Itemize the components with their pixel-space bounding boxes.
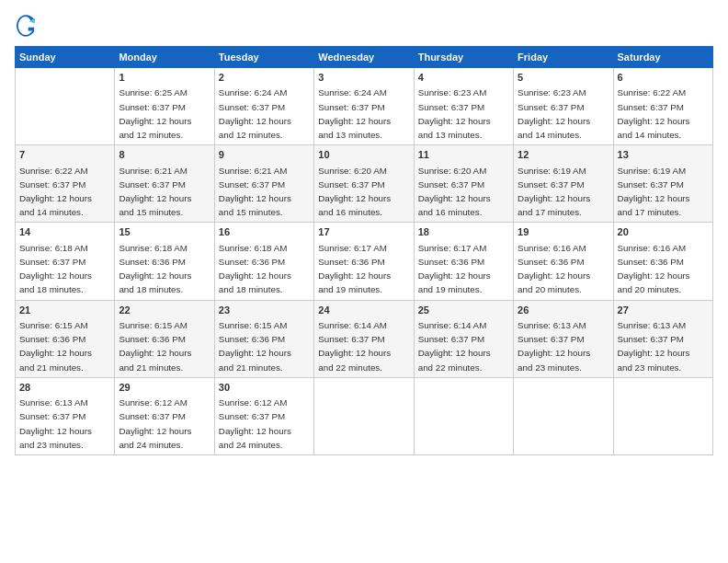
- day-number: 11: [418, 148, 509, 162]
- day-number: 7: [19, 148, 110, 162]
- day-info: Sunrise: 6:13 AM Sunset: 6:37 PM Dayligh…: [518, 320, 590, 373]
- calendar-cell: 10Sunrise: 6:20 AM Sunset: 6:37 PM Dayli…: [314, 145, 414, 223]
- calendar-cell: 25Sunrise: 6:14 AM Sunset: 6:37 PM Dayli…: [414, 300, 513, 377]
- day-number: 18: [418, 225, 509, 239]
- day-info: Sunrise: 6:18 AM Sunset: 6:37 PM Dayligh…: [19, 243, 92, 295]
- calendar-cell: 13Sunrise: 6:19 AM Sunset: 6:37 PM Dayli…: [613, 145, 712, 223]
- day-info: Sunrise: 6:19 AM Sunset: 6:37 PM Dayligh…: [518, 166, 590, 218]
- calendar-cell: 17Sunrise: 6:17 AM Sunset: 6:36 PM Dayli…: [314, 223, 414, 300]
- calendar-cell: 4Sunrise: 6:23 AM Sunset: 6:37 PM Daylig…: [414, 68, 513, 145]
- calendar-cell: 28Sunrise: 6:13 AM Sunset: 6:37 PM Dayli…: [16, 377, 115, 454]
- day-number: 16: [219, 225, 310, 239]
- day-number: 24: [318, 304, 409, 317]
- header-cell-friday: Friday: [514, 47, 613, 68]
- day-info: Sunrise: 6:14 AM Sunset: 6:37 PM Dayligh…: [318, 320, 391, 373]
- day-info: Sunrise: 6:21 AM Sunset: 6:37 PM Dayligh…: [119, 166, 191, 218]
- day-number: 29: [119, 381, 210, 395]
- day-number: 25: [418, 304, 509, 317]
- page: SundayMondayTuesdayWednesdayThursdayFrid…: [0, 0, 728, 563]
- day-number: 20: [618, 225, 709, 239]
- calendar-cell: 18Sunrise: 6:17 AM Sunset: 6:36 PM Dayli…: [414, 223, 513, 300]
- calendar-cell: [613, 377, 712, 454]
- day-info: Sunrise: 6:18 AM Sunset: 6:36 PM Dayligh…: [119, 243, 191, 295]
- day-number: 3: [318, 71, 409, 85]
- calendar-cell: 22Sunrise: 6:15 AM Sunset: 6:36 PM Dayli…: [115, 300, 214, 377]
- day-number: 23: [219, 304, 310, 317]
- day-number: 14: [19, 225, 110, 239]
- calendar-cell: 15Sunrise: 6:18 AM Sunset: 6:36 PM Dayli…: [115, 223, 214, 300]
- day-info: Sunrise: 6:21 AM Sunset: 6:37 PM Dayligh…: [219, 166, 291, 218]
- day-info: Sunrise: 6:16 AM Sunset: 6:36 PM Dayligh…: [518, 243, 590, 295]
- header-cell-wednesday: Wednesday: [314, 47, 414, 68]
- day-info: Sunrise: 6:15 AM Sunset: 6:36 PM Dayligh…: [19, 320, 92, 373]
- calendar-cell: 12Sunrise: 6:19 AM Sunset: 6:37 PM Dayli…: [514, 145, 613, 223]
- week-row-4: 28Sunrise: 6:13 AM Sunset: 6:37 PM Dayli…: [16, 377, 713, 454]
- day-info: Sunrise: 6:17 AM Sunset: 6:36 PM Dayligh…: [318, 243, 391, 295]
- day-number: 12: [518, 148, 609, 162]
- day-number: 4: [418, 71, 509, 85]
- calendar-cell: 20Sunrise: 6:16 AM Sunset: 6:36 PM Dayli…: [613, 223, 712, 300]
- day-number: 6: [618, 71, 709, 85]
- calendar-cell: 27Sunrise: 6:13 AM Sunset: 6:37 PM Dayli…: [613, 300, 712, 377]
- day-info: Sunrise: 6:12 AM Sunset: 6:37 PM Dayligh…: [219, 397, 291, 450]
- calendar-cell: 16Sunrise: 6:18 AM Sunset: 6:36 PM Dayli…: [214, 223, 313, 300]
- day-number: 21: [19, 304, 110, 317]
- calendar-cell: 26Sunrise: 6:13 AM Sunset: 6:37 PM Dayli…: [514, 300, 613, 377]
- week-row-0: 1Sunrise: 6:25 AM Sunset: 6:37 PM Daylig…: [16, 68, 713, 145]
- day-info: Sunrise: 6:12 AM Sunset: 6:37 PM Dayligh…: [119, 397, 191, 450]
- calendar-cell: 11Sunrise: 6:20 AM Sunset: 6:37 PM Dayli…: [414, 145, 513, 223]
- calendar-cell: 19Sunrise: 6:16 AM Sunset: 6:36 PM Dayli…: [514, 223, 613, 300]
- calendar-cell: 7Sunrise: 6:22 AM Sunset: 6:37 PM Daylig…: [16, 145, 115, 223]
- week-row-2: 14Sunrise: 6:18 AM Sunset: 6:37 PM Dayli…: [16, 223, 713, 300]
- calendar-cell: 24Sunrise: 6:14 AM Sunset: 6:37 PM Dayli…: [314, 300, 414, 377]
- day-number: 8: [119, 148, 210, 162]
- calendar-cell: [514, 377, 613, 454]
- day-info: Sunrise: 6:13 AM Sunset: 6:37 PM Dayligh…: [19, 397, 92, 450]
- calendar-table: SundayMondayTuesdayWednesdayThursdayFrid…: [15, 46, 713, 455]
- day-info: Sunrise: 6:24 AM Sunset: 6:37 PM Dayligh…: [219, 87, 291, 140]
- day-number: 9: [219, 148, 310, 162]
- day-info: Sunrise: 6:24 AM Sunset: 6:37 PM Dayligh…: [318, 87, 391, 140]
- day-info: Sunrise: 6:13 AM Sunset: 6:37 PM Dayligh…: [618, 320, 690, 373]
- calendar-cell: 29Sunrise: 6:12 AM Sunset: 6:37 PM Dayli…: [115, 377, 214, 454]
- day-info: Sunrise: 6:22 AM Sunset: 6:37 PM Dayligh…: [618, 87, 690, 140]
- day-number: 15: [119, 225, 210, 239]
- calendar-cell: 6Sunrise: 6:22 AM Sunset: 6:37 PM Daylig…: [613, 68, 712, 145]
- header-cell-thursday: Thursday: [414, 47, 513, 68]
- calendar-cell: 5Sunrise: 6:23 AM Sunset: 6:37 PM Daylig…: [514, 68, 613, 145]
- header-row: SundayMondayTuesdayWednesdayThursdayFrid…: [16, 47, 713, 68]
- header: [15, 15, 713, 37]
- day-number: 2: [219, 71, 310, 85]
- day-number: 28: [19, 381, 110, 395]
- day-info: Sunrise: 6:20 AM Sunset: 6:37 PM Dayligh…: [418, 166, 491, 218]
- day-info: Sunrise: 6:16 AM Sunset: 6:36 PM Dayligh…: [618, 243, 690, 295]
- logo: [15, 15, 37, 37]
- calendar-cell: 30Sunrise: 6:12 AM Sunset: 6:37 PM Dayli…: [214, 377, 313, 454]
- day-info: Sunrise: 6:19 AM Sunset: 6:37 PM Dayligh…: [618, 166, 690, 218]
- day-number: 19: [518, 225, 609, 239]
- logo-icon: [17, 15, 35, 37]
- day-info: Sunrise: 6:18 AM Sunset: 6:36 PM Dayligh…: [219, 243, 291, 295]
- calendar-cell: [414, 377, 513, 454]
- calendar-cell: 23Sunrise: 6:15 AM Sunset: 6:36 PM Dayli…: [214, 300, 313, 377]
- day-number: 27: [618, 304, 709, 317]
- calendar-cell: [16, 68, 115, 145]
- day-info: Sunrise: 6:23 AM Sunset: 6:37 PM Dayligh…: [418, 87, 491, 140]
- calendar-cell: 14Sunrise: 6:18 AM Sunset: 6:37 PM Dayli…: [16, 223, 115, 300]
- day-number: 5: [518, 71, 609, 85]
- day-number: 30: [219, 381, 310, 395]
- week-row-3: 21Sunrise: 6:15 AM Sunset: 6:36 PM Dayli…: [16, 300, 713, 377]
- day-number: 17: [318, 225, 409, 239]
- day-number: 22: [119, 304, 210, 317]
- header-cell-sunday: Sunday: [16, 47, 115, 68]
- day-number: 10: [318, 148, 409, 162]
- week-row-1: 7Sunrise: 6:22 AM Sunset: 6:37 PM Daylig…: [16, 145, 713, 223]
- header-cell-saturday: Saturday: [613, 47, 712, 68]
- day-info: Sunrise: 6:20 AM Sunset: 6:37 PM Dayligh…: [318, 166, 391, 218]
- day-info: Sunrise: 6:22 AM Sunset: 6:37 PM Dayligh…: [19, 166, 92, 218]
- calendar-cell: 21Sunrise: 6:15 AM Sunset: 6:36 PM Dayli…: [16, 300, 115, 377]
- day-number: 26: [518, 304, 609, 317]
- day-info: Sunrise: 6:15 AM Sunset: 6:36 PM Dayligh…: [119, 320, 191, 373]
- day-info: Sunrise: 6:15 AM Sunset: 6:36 PM Dayligh…: [219, 320, 291, 373]
- calendar-cell: 2Sunrise: 6:24 AM Sunset: 6:37 PM Daylig…: [214, 68, 313, 145]
